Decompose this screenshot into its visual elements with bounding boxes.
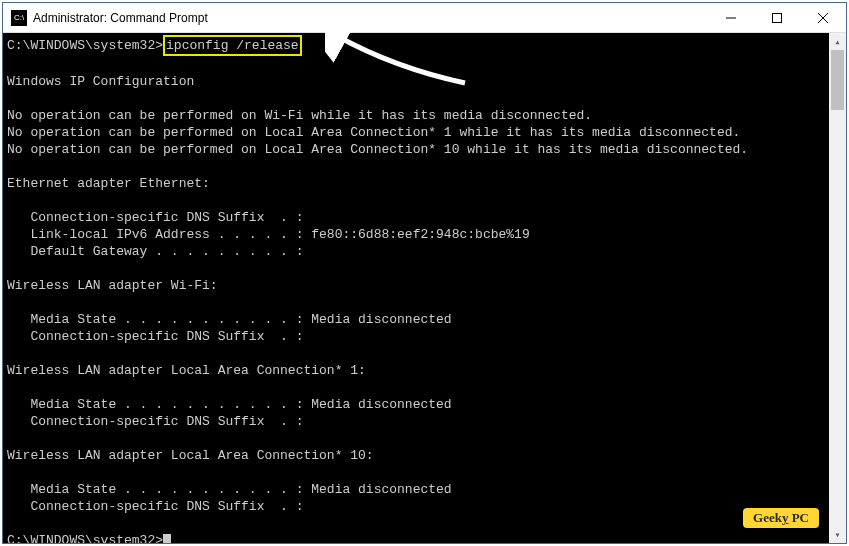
terminal-line: Wireless LAN adapter Wi-Fi:	[7, 278, 218, 293]
terminal-line: Default Gateway . . . . . . . . . :	[7, 244, 303, 259]
terminal-line: Connection-specific DNS Suffix . :	[7, 414, 303, 429]
scroll-down-arrow[interactable]: ▾	[829, 526, 846, 543]
terminal-line: Connection-specific DNS Suffix . :	[7, 499, 303, 514]
terminal-line: Connection-specific DNS Suffix . :	[7, 210, 303, 225]
titlebar[interactable]: C:\ Administrator: Command Prompt	[3, 3, 846, 33]
minimize-button[interactable]	[708, 3, 754, 33]
terminal-line: No operation can be performed on Local A…	[7, 125, 740, 140]
close-button[interactable]	[800, 3, 846, 33]
maximize-button[interactable]	[754, 3, 800, 33]
terminal-line: No operation can be performed on Local A…	[7, 142, 748, 157]
scroll-thumb[interactable]	[831, 50, 844, 110]
window-title: Administrator: Command Prompt	[33, 11, 708, 25]
prompt-path: C:\WINDOWS\system32>	[7, 38, 163, 53]
command-highlight: ipconfig /release	[163, 35, 302, 56]
terminal-line: Media State . . . . . . . . . . . : Medi…	[7, 312, 452, 327]
terminal-line: Connection-specific DNS Suffix . :	[7, 329, 303, 344]
content-area: C:\WINDOWS\system32>ipconfig /release Wi…	[3, 33, 846, 543]
terminal-line: Ethernet adapter Ethernet:	[7, 176, 210, 191]
app-icon: C:\	[11, 10, 27, 26]
terminal-output[interactable]: C:\WINDOWS\system32>ipconfig /release Wi…	[3, 33, 829, 543]
prompt-path: C:\WINDOWS\system32>	[7, 533, 163, 543]
scroll-track[interactable]	[829, 50, 846, 526]
terminal-line: No operation can be performed on Wi-Fi w…	[7, 108, 592, 123]
watermark-badge: Geeky PC	[743, 508, 819, 528]
terminal-line: Media State . . . . . . . . . . . : Medi…	[7, 397, 452, 412]
terminal-line: Media State . . . . . . . . . . . : Medi…	[7, 482, 452, 497]
terminal-line: Link-local IPv6 Address . . . . . : fe80…	[7, 227, 530, 242]
terminal-line: Windows IP Configuration	[7, 74, 194, 89]
command-prompt-window: C:\ Administrator: Command Prompt C:\WIN…	[2, 2, 847, 544]
cursor	[163, 534, 171, 543]
terminal-line: Wireless LAN adapter Local Area Connecti…	[7, 363, 366, 378]
scroll-up-arrow[interactable]: ▴	[829, 33, 846, 50]
svg-rect-1	[773, 13, 782, 22]
terminal-line: Wireless LAN adapter Local Area Connecti…	[7, 448, 374, 463]
window-controls	[708, 3, 846, 33]
vertical-scrollbar[interactable]: ▴ ▾	[829, 33, 846, 543]
